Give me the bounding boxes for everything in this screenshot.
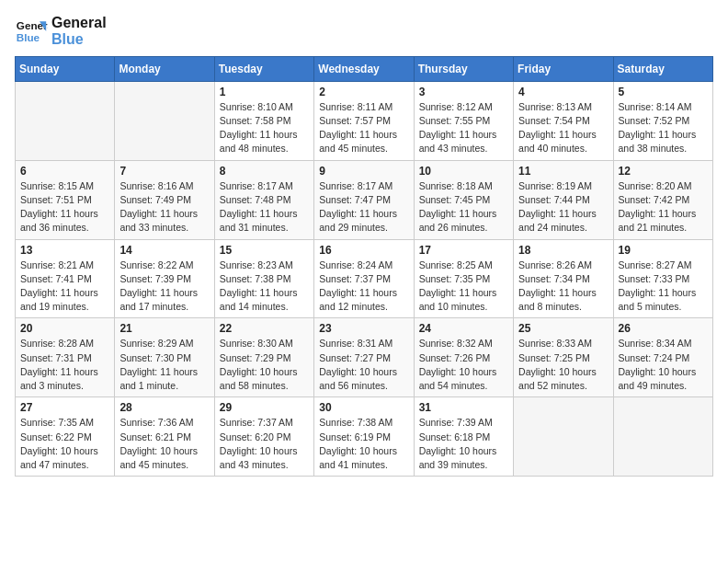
calendar-week-row: 27Sunrise: 7:35 AM Sunset: 6:22 PM Dayli… [16,397,713,477]
calendar-cell: 3Sunrise: 8:12 AM Sunset: 7:55 PM Daylig… [414,81,513,160]
calendar-header-wednesday: Wednesday [314,56,414,81]
calendar-cell: 4Sunrise: 8:13 AM Sunset: 7:54 PM Daylig… [514,81,613,160]
day-number: 3 [419,86,508,98]
calendar-header-friday: Friday [514,56,613,81]
calendar-header-monday: Monday [115,56,214,81]
day-number: 6 [20,165,109,178]
logo-text: General [51,15,107,31]
day-info: Sunrise: 8:13 AM Sunset: 7:54 PM Dayligh… [518,100,608,156]
day-number: 20 [20,322,109,335]
day-info: Sunrise: 8:21 AM Sunset: 7:41 PM Dayligh… [20,259,109,315]
day-info: Sunrise: 8:10 AM Sunset: 7:58 PM Dayligh… [220,100,309,156]
day-number: 26 [619,322,708,335]
calendar-week-row: 13Sunrise: 8:21 AM Sunset: 7:41 PM Dayli… [16,239,713,318]
day-number: 5 [619,86,708,98]
calendar-cell: 12Sunrise: 8:20 AM Sunset: 7:42 PM Dayli… [613,160,712,239]
calendar-cell: 7Sunrise: 8:16 AM Sunset: 7:49 PM Daylig… [115,160,214,239]
calendar-cell [514,397,613,477]
day-info: Sunrise: 8:33 AM Sunset: 7:25 PM Dayligh… [518,337,608,393]
day-number: 24 [419,322,508,335]
calendar-cell: 30Sunrise: 7:38 AM Sunset: 6:19 PM Dayli… [314,397,414,477]
logo: General Blue General Blue [15,15,107,49]
day-number: 16 [319,244,408,257]
calendar-cell: 10Sunrise: 8:18 AM Sunset: 7:45 PM Dayli… [414,160,513,239]
day-info: Sunrise: 8:22 AM Sunset: 7:39 PM Dayligh… [119,259,209,315]
calendar-week-row: 20Sunrise: 8:28 AM Sunset: 7:31 PM Dayli… [16,318,713,397]
calendar-cell: 18Sunrise: 8:26 AM Sunset: 7:34 PM Dayli… [514,239,613,318]
calendar-cell: 15Sunrise: 8:23 AM Sunset: 7:38 PM Dayli… [214,239,313,318]
calendar-cell: 16Sunrise: 8:24 AM Sunset: 7:37 PM Dayli… [314,239,414,318]
day-info: Sunrise: 8:27 AM Sunset: 7:33 PM Dayligh… [619,259,708,315]
day-info: Sunrise: 8:31 AM Sunset: 7:27 PM Dayligh… [319,337,408,393]
day-number: 23 [319,322,408,335]
calendar-header-row: SundayMondayTuesdayWednesdayThursdayFrid… [16,56,713,81]
calendar-cell: 8Sunrise: 8:17 AM Sunset: 7:48 PM Daylig… [214,160,313,239]
day-number: 30 [319,401,408,414]
calendar-cell: 14Sunrise: 8:22 AM Sunset: 7:39 PM Dayli… [115,239,214,318]
calendar-cell: 29Sunrise: 7:37 AM Sunset: 6:20 PM Dayli… [214,397,313,477]
day-number: 14 [119,244,209,257]
day-info: Sunrise: 8:32 AM Sunset: 7:26 PM Dayligh… [419,337,508,393]
day-number: 22 [220,322,309,335]
calendar-cell: 19Sunrise: 8:27 AM Sunset: 7:33 PM Dayli… [613,239,712,318]
day-info: Sunrise: 8:24 AM Sunset: 7:37 PM Dayligh… [319,259,408,315]
day-info: Sunrise: 8:19 AM Sunset: 7:44 PM Dayligh… [518,179,608,236]
day-info: Sunrise: 8:26 AM Sunset: 7:34 PM Dayligh… [518,259,608,315]
calendar-table: SundayMondayTuesdayWednesdayThursdayFrid… [15,56,713,477]
day-info: Sunrise: 8:34 AM Sunset: 7:24 PM Dayligh… [619,337,708,393]
day-number: 4 [518,86,608,98]
calendar-cell [613,397,712,477]
calendar-header-tuesday: Tuesday [214,56,313,81]
day-number: 17 [419,244,508,257]
day-info: Sunrise: 7:35 AM Sunset: 6:22 PM Dayligh… [20,416,109,472]
day-info: Sunrise: 8:29 AM Sunset: 7:30 PM Dayligh… [119,337,209,393]
calendar-cell: 2Sunrise: 8:11 AM Sunset: 7:57 PM Daylig… [314,81,414,160]
day-number: 18 [518,244,608,257]
day-number: 1 [220,86,309,98]
calendar-cell: 6Sunrise: 8:15 AM Sunset: 7:51 PM Daylig… [16,160,115,239]
day-info: Sunrise: 8:18 AM Sunset: 7:45 PM Dayligh… [419,179,508,236]
calendar-cell [115,81,214,160]
day-number: 9 [319,165,408,178]
day-number: 29 [220,401,309,414]
logo-subtext: Blue [51,31,107,48]
page-header: General Blue General Blue [15,15,713,49]
calendar-cell: 5Sunrise: 8:14 AM Sunset: 7:52 PM Daylig… [613,81,712,160]
day-info: Sunrise: 8:20 AM Sunset: 7:42 PM Dayligh… [619,179,708,236]
day-info: Sunrise: 7:39 AM Sunset: 6:18 PM Dayligh… [419,416,508,472]
calendar-cell: 25Sunrise: 8:33 AM Sunset: 7:25 PM Dayli… [514,318,613,397]
calendar-cell: 28Sunrise: 7:36 AM Sunset: 6:21 PM Dayli… [115,397,214,477]
day-number: 10 [419,165,508,178]
day-info: Sunrise: 8:11 AM Sunset: 7:57 PM Dayligh… [319,100,408,156]
day-info: Sunrise: 8:12 AM Sunset: 7:55 PM Dayligh… [419,100,508,156]
calendar-cell: 22Sunrise: 8:30 AM Sunset: 7:29 PM Dayli… [214,318,313,397]
calendar-cell: 24Sunrise: 8:32 AM Sunset: 7:26 PM Dayli… [414,318,513,397]
day-info: Sunrise: 8:25 AM Sunset: 7:35 PM Dayligh… [419,259,508,315]
calendar-cell: 11Sunrise: 8:19 AM Sunset: 7:44 PM Dayli… [514,160,613,239]
day-info: Sunrise: 7:37 AM Sunset: 6:20 PM Dayligh… [220,416,309,472]
day-info: Sunrise: 7:38 AM Sunset: 6:19 PM Dayligh… [319,416,408,472]
day-info: Sunrise: 7:36 AM Sunset: 6:21 PM Dayligh… [119,416,209,472]
day-info: Sunrise: 8:14 AM Sunset: 7:52 PM Dayligh… [619,100,708,156]
calendar-header-sunday: Sunday [16,56,115,81]
day-number: 28 [119,401,209,414]
calendar-cell: 9Sunrise: 8:17 AM Sunset: 7:47 PM Daylig… [314,160,414,239]
calendar-week-row: 1Sunrise: 8:10 AM Sunset: 7:58 PM Daylig… [16,81,713,160]
calendar-cell: 13Sunrise: 8:21 AM Sunset: 7:41 PM Dayli… [16,239,115,318]
day-number: 2 [319,86,408,98]
calendar-cell [16,81,115,160]
calendar-cell: 31Sunrise: 7:39 AM Sunset: 6:18 PM Dayli… [414,397,513,477]
day-info: Sunrise: 8:15 AM Sunset: 7:51 PM Dayligh… [20,179,109,236]
day-number: 13 [20,244,109,257]
day-number: 25 [518,322,608,335]
day-number: 7 [119,165,209,178]
day-info: Sunrise: 8:23 AM Sunset: 7:38 PM Dayligh… [220,259,309,315]
day-number: 15 [220,244,309,257]
calendar-cell: 23Sunrise: 8:31 AM Sunset: 7:27 PM Dayli… [314,318,414,397]
calendar-cell: 27Sunrise: 7:35 AM Sunset: 6:22 PM Dayli… [16,397,115,477]
day-number: 11 [518,165,608,178]
day-number: 31 [419,401,508,414]
calendar-cell: 20Sunrise: 8:28 AM Sunset: 7:31 PM Dayli… [16,318,115,397]
day-number: 27 [20,401,109,414]
calendar-cell: 26Sunrise: 8:34 AM Sunset: 7:24 PM Dayli… [613,318,712,397]
